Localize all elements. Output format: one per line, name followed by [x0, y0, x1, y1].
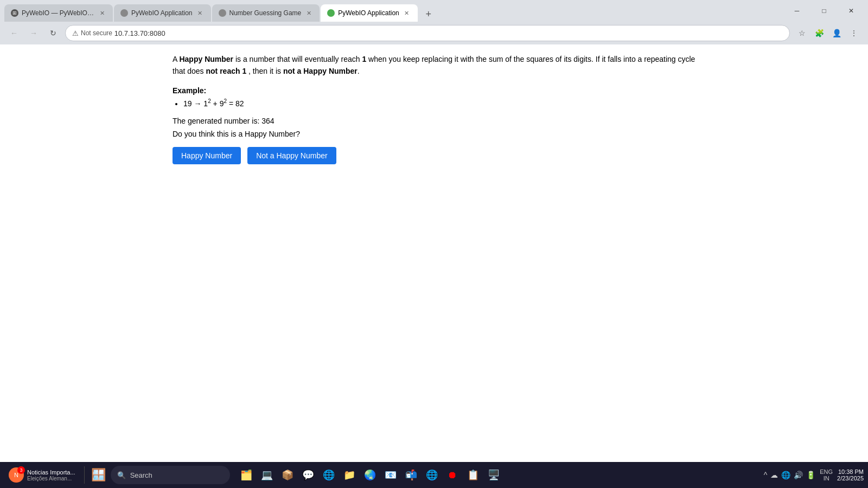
not-reach-term: not reach 1	[206, 67, 247, 75]
back-button[interactable]: ←	[7, 25, 22, 41]
tab1-icon: ⊞	[11, 9, 18, 17]
notification-widget[interactable]: N 3 Noticias Importa... Eleições Aleman.…	[4, 465, 80, 485]
new-tab-button[interactable]: +	[421, 7, 436, 22]
taskbar-icon-terminal[interactable]: 🖥️	[484, 465, 503, 485]
time-date-widget[interactable]: 10:38 PM 2/23/2025	[837, 468, 864, 481]
window-controls: ─ □ ✕	[784, 2, 864, 20]
notification-badge: 3	[17, 466, 25, 474]
example-item: 19 → 12 + 92 = 82	[183, 99, 695, 108]
lang-text: ENG	[820, 468, 833, 475]
notification-icon: N 3	[9, 467, 24, 483]
question-text: Do you think this is a Happy Number?	[173, 130, 695, 138]
extensions-button[interactable]: 🧩	[812, 25, 827, 41]
tab3-title: Number Guessing Game	[229, 9, 302, 17]
taskbar-icon-app3[interactable]: 📦	[278, 465, 297, 485]
taskbar-icon-teams[interactable]: 💬	[298, 465, 318, 485]
taskbar-icon-chrome[interactable]: 🌐	[422, 465, 442, 485]
notification-text: Noticias Importa... Eleições Aleman...	[27, 469, 75, 481]
taskbar-icon-outlook[interactable]: 📧	[381, 465, 400, 485]
taskbar-right: ^ ☁ 🌐 🔊 🔋 ENG IN 10:38 PM 2/23/2025	[764, 468, 864, 481]
tab4-icon	[327, 9, 335, 17]
taskbar-divider-1	[84, 466, 85, 484]
tray-cloud[interactable]: ☁	[770, 471, 778, 479]
lang-indicator[interactable]: ENG IN	[820, 468, 833, 481]
not-secure-label: Not secure	[81, 29, 112, 37]
menu-button[interactable]: ⋮	[846, 25, 861, 41]
date-display: 2/23/2025	[837, 475, 864, 481]
example-label: Example:	[173, 86, 695, 95]
taskbar-icon-files[interactable]: 📁	[340, 465, 359, 485]
tabs-container: ⊞ PyWebIO — PyWebIO 1.8.3 do... ✕ PyWebI…	[4, 0, 784, 22]
taskbar-search[interactable]: 🔍 Search	[111, 466, 230, 484]
happy-number-term: Happy Number	[179, 55, 233, 63]
not-secure-indicator: ⚠ Not secure	[72, 29, 112, 37]
tab1-title: PyWebIO — PyWebIO 1.8.3 do...	[22, 9, 94, 17]
taskbar-app-icons: 🗂️ 💻 📦 💬 🌐 📁 🌏 📧 📬 🌐 ⏺ 📋 🖥️	[237, 465, 503, 485]
taskbar-icon-record[interactable]: ⏺	[443, 465, 462, 485]
tab-pywebio-app-2[interactable]: PyWebIO Application ✕	[114, 4, 211, 22]
windows-start-button[interactable]: 🪟	[89, 465, 108, 485]
tab4-title: PyWebIO Application	[338, 9, 399, 17]
not-happy-term: not a Happy Number	[283, 67, 358, 75]
minimize-button[interactable]: ─	[784, 2, 809, 20]
tray-speaker[interactable]: 🔊	[794, 471, 803, 479]
tab2-title: PyWebIO Application	[131, 9, 193, 17]
taskbar-icon-vscode[interactable]: 💻	[257, 465, 277, 485]
one-term: 1	[362, 55, 366, 63]
reload-button[interactable]: ↻	[46, 25, 61, 41]
profile-button[interactable]: 👤	[829, 25, 844, 41]
tray-network[interactable]: 🌐	[781, 471, 790, 479]
taskbar-icon-mail[interactable]: 📬	[401, 465, 421, 485]
tab-number-guessing[interactable]: Number Guessing Game ✕	[212, 4, 320, 22]
close-button[interactable]: ✕	[839, 2, 864, 20]
description-paragraph: A Happy Number is a number that will eve…	[173, 53, 695, 78]
tab1-close[interactable]: ✕	[98, 9, 106, 17]
title-bar: ⊞ PyWebIO — PyWebIO 1.8.3 do... ✕ PyWebI…	[0, 0, 868, 22]
address-actions: ☆ 🧩 👤 ⋮	[794, 25, 861, 41]
answer-buttons: Happy Number Not a Happy Number	[173, 147, 695, 164]
browser-chrome: ⊞ PyWebIO — PyWebIO 1.8.3 do... ✕ PyWebI…	[0, 0, 868, 44]
tab4-close[interactable]: ✕	[403, 9, 411, 17]
warning-icon: ⚠	[72, 29, 79, 37]
notif-subtitle: Eleições Aleman...	[27, 476, 75, 481]
notif-title: Noticias Importa...	[27, 469, 75, 476]
tab3-icon	[219, 9, 226, 17]
example-list: 19 → 12 + 92 = 82	[183, 99, 695, 108]
not-happy-number-button[interactable]: Not a Happy Number	[247, 147, 336, 164]
tray-battery[interactable]: 🔋	[806, 471, 815, 479]
system-tray: ^ ☁ 🌐 🔊 🔋	[764, 471, 816, 479]
search-icon: 🔍	[117, 471, 126, 479]
address-input[interactable]: ⚠ Not secure 10.7.13.70:8080	[65, 25, 790, 41]
forward-button[interactable]: →	[26, 25, 41, 41]
tab3-close[interactable]: ✕	[304, 9, 313, 17]
address-bar: ← → ↻ ⚠ Not secure 10.7.13.70:8080 ☆ 🧩 👤…	[0, 22, 868, 44]
happy-number-button[interactable]: Happy Number	[173, 147, 241, 164]
url-text: 10.7.13.70:8080	[114, 29, 165, 37]
page-content: A Happy Number is a number that will eve…	[0, 44, 868, 462]
generated-number-text: The generated number is: 364	[173, 117, 695, 125]
tab2-icon	[120, 9, 128, 17]
time-display: 10:38 PM	[838, 468, 864, 475]
taskbar-icon-powerpoint[interactable]: 📋	[463, 465, 483, 485]
taskbar-icon-edge[interactable]: 🌐	[319, 465, 339, 485]
taskbar-icon-explorer[interactable]: 🗂️	[237, 465, 256, 485]
region-text: IN	[824, 475, 829, 481]
tab-pywebio-app-active[interactable]: PyWebIO Application ✕	[321, 4, 418, 22]
taskbar-icon-browser2[interactable]: 🌏	[360, 465, 380, 485]
search-label: Search	[130, 471, 152, 479]
tray-chevron[interactable]: ^	[764, 471, 768, 479]
tab-pywebio-docs[interactable]: ⊞ PyWebIO — PyWebIO 1.8.3 do... ✕	[4, 4, 113, 22]
taskbar: N 3 Noticias Importa... Eleições Aleman.…	[0, 462, 868, 488]
tab2-close[interactable]: ✕	[196, 9, 205, 17]
maximize-button[interactable]: □	[812, 2, 837, 20]
bookmark-button[interactable]: ☆	[794, 25, 809, 41]
